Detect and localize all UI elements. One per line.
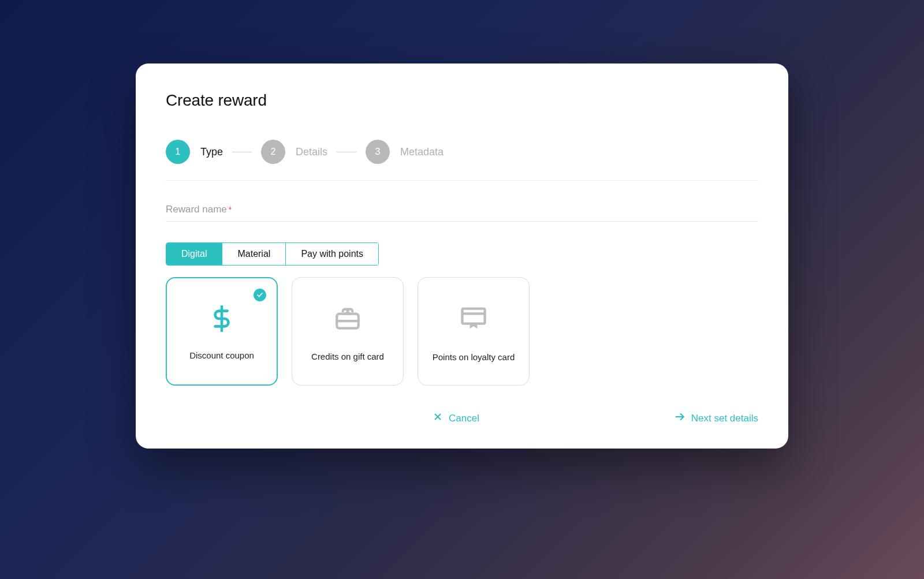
tab-pay-with-points[interactable]: Pay with points — [285, 243, 378, 265]
step-label: Details — [296, 146, 327, 158]
card-credits-gift-card[interactable]: Credits on gift card — [292, 277, 404, 386]
next-button[interactable]: Next set details — [674, 411, 758, 425]
form-body: Reward name* Digital Material Pay with p… — [166, 204, 758, 425]
loyalty-card-icon — [459, 304, 489, 336]
reward-card-row: Discount coupon Credits on gift card — [166, 277, 758, 386]
reward-name-field[interactable]: Reward name* — [166, 204, 758, 222]
tab-material[interactable]: Material — [222, 243, 285, 265]
reward-type-tabs: Digital Material Pay with points — [166, 242, 379, 266]
reward-name-label: Reward name — [166, 204, 227, 215]
step-number: 2 — [261, 140, 285, 164]
step-label: Metadata — [400, 146, 444, 158]
required-indicator: * — [229, 205, 232, 214]
step-metadata[interactable]: 3 Metadata — [366, 140, 444, 164]
stepper: 1 Type 2 Details 3 Metadata — [166, 140, 758, 181]
create-reward-modal: Create reward 1 Type 2 Details 3 Metadat… — [136, 63, 788, 449]
close-icon — [433, 412, 443, 425]
step-number: 3 — [366, 140, 390, 164]
step-label: Type — [200, 146, 223, 158]
tab-digital[interactable]: Digital — [166, 243, 222, 265]
gift-card-icon — [333, 304, 362, 335]
dollar-icon — [208, 305, 235, 334]
card-label: Credits on gift card — [311, 352, 384, 361]
step-connector — [337, 152, 356, 152]
cancel-button[interactable]: Cancel — [433, 412, 479, 425]
check-icon — [254, 289, 266, 301]
footer-actions: Cancel Next set details — [166, 411, 758, 425]
arrow-right-icon — [674, 411, 685, 425]
modal-title: Create reward — [166, 91, 758, 110]
card-label: Points on loyalty card — [433, 352, 515, 362]
card-discount-coupon[interactable]: Discount coupon — [166, 277, 278, 386]
next-label: Next set details — [691, 413, 758, 424]
step-type[interactable]: 1 Type — [166, 140, 223, 164]
step-connector — [232, 152, 252, 152]
card-points-loyalty-card[interactable]: Points on loyalty card — [418, 277, 530, 386]
cancel-label: Cancel — [449, 413, 479, 424]
card-label: Discount coupon — [189, 350, 254, 360]
step-number: 1 — [166, 140, 190, 164]
svg-rect-3 — [463, 308, 485, 323]
step-details[interactable]: 2 Details — [261, 140, 327, 164]
